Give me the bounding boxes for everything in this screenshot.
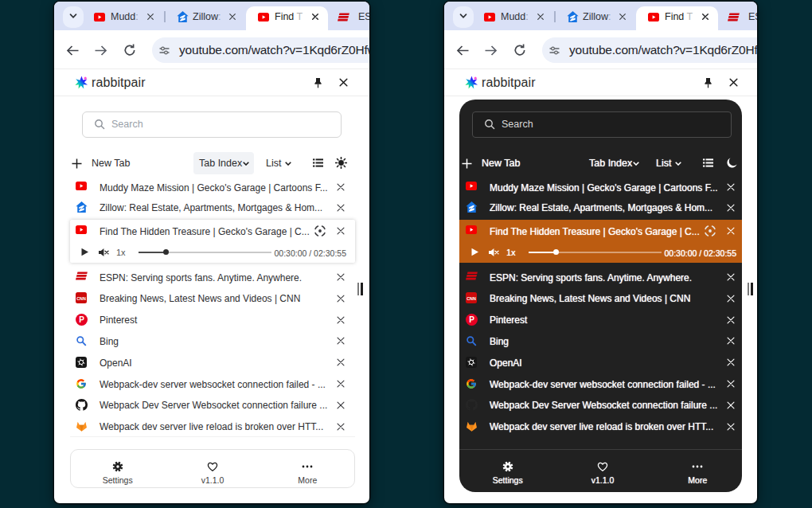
svg-text:P: P	[79, 315, 84, 324]
svg-text:P: P	[469, 315, 474, 324]
svg-text:CNN: CNN	[467, 296, 476, 301]
svg-text:CNN: CNN	[76, 296, 86, 301]
